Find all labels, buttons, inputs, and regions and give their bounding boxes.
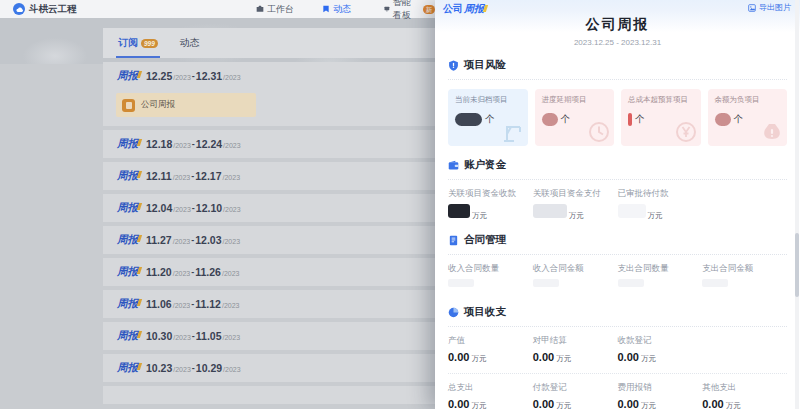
report-date-range: 11.20/2023-11.26/2023 bbox=[146, 266, 239, 278]
money-bag-icon bbox=[760, 120, 784, 144]
report-row[interactable]: 周报 11.27/2023-12.03/2023 bbox=[103, 226, 448, 254]
stat-total-expense: 总支出 0.00万元 bbox=[448, 382, 533, 409]
nav-new-badge: 新 bbox=[423, 5, 436, 14]
tab-label: 动态 bbox=[180, 36, 200, 50]
report-title: 公司周报 bbox=[435, 16, 800, 34]
brand-logo-icon bbox=[13, 3, 25, 15]
report-row[interactable]: 周报 12.11/2023-12.17/2023 bbox=[103, 162, 448, 190]
report-date-range: 12.04/2023-12.10/2023 bbox=[146, 202, 241, 214]
scrollbar-thumb[interactable] bbox=[795, 233, 799, 297]
report-date-range: 12.11/2023-12.17/2023 bbox=[146, 170, 240, 182]
drawer-body: 项目风险 当前未归档项目 个 进度延期项目 个 总成本超预算项目 个 bbox=[435, 56, 800, 409]
report-row[interactable]: 周报 12.04/2023-12.10/2023 bbox=[103, 194, 448, 222]
export-image-button[interactable]: 导出图片 bbox=[748, 2, 791, 13]
report-row[interactable]: 周报 12.18/2023-12.24/2023 bbox=[103, 130, 448, 158]
contract-icon bbox=[448, 235, 459, 246]
smart-board-icon bbox=[384, 5, 390, 13]
export-image-icon bbox=[748, 4, 756, 12]
masked-value bbox=[702, 279, 728, 287]
tab-activity[interactable]: 动态 bbox=[180, 36, 200, 50]
card-label: 余额为负项目 bbox=[715, 95, 781, 105]
report-row[interactable] bbox=[103, 386, 448, 404]
risk-card-delayed: 进度延期项目 个 bbox=[535, 89, 615, 146]
report-item-label: 公司周报 bbox=[141, 99, 175, 111]
report-row-expanded[interactable]: 周报 12.25/2023 - 12.31/2023 公司周报 bbox=[103, 62, 448, 126]
nav-label: 工作台 bbox=[267, 3, 294, 16]
risk-card-unarchived: 当前未归档项目 个 bbox=[448, 89, 528, 146]
nav-activity[interactable]: 动态 bbox=[322, 0, 351, 18]
report-row[interactable]: 周报 11.20/2023-11.26/2023 bbox=[103, 258, 448, 286]
card-unit: 个 bbox=[485, 113, 495, 126]
card-unit: 个 bbox=[635, 113, 645, 126]
budget-stats-row2: 总支出 0.00万元 付款登记 0.00万元 费用报销 0.00万元 其他支出 … bbox=[448, 382, 787, 409]
report-date-range: 10.23/2023-10.29/2023 bbox=[146, 362, 241, 374]
stat-expense-contract-count: 支出合同数量 bbox=[618, 263, 703, 287]
contract-stats: 收入合同数量 收入合同金额 支出合同数量 支出合同金额 bbox=[448, 263, 787, 287]
masked-value bbox=[533, 279, 559, 287]
weekly-report-stamp-icon: 周报 bbox=[117, 169, 138, 183]
card-label: 进度延期项目 bbox=[542, 95, 608, 105]
nav-smart-board[interactable]: 智能看板 新 bbox=[384, 0, 435, 18]
section-project-risk: 项目风险 当前未归档项目 个 进度延期项目 个 总成本超预算项目 个 bbox=[448, 56, 787, 146]
report-date-range: 11.06/2023-11.12/2023 bbox=[146, 298, 239, 310]
masked-value bbox=[715, 113, 731, 126]
masked-value bbox=[533, 204, 567, 218]
masked-value bbox=[542, 113, 558, 126]
stat-receipt-registration: 收款登记 0.00万元 bbox=[618, 335, 703, 364]
brand-name: 斗栱云工程 bbox=[29, 3, 77, 16]
risk-card-over-budget: 总成本超预算项目 个 bbox=[621, 89, 701, 146]
budget-stats-row1: 产值 0.00万元 对甲结算 0.00万元 收款登记 0.00万元 bbox=[448, 335, 787, 364]
weekly-report-stamp-icon: 周报 bbox=[117, 297, 138, 311]
report-date-range: 10.30/2023-11.05/2023 bbox=[146, 330, 240, 342]
report-date-range: 2023.12.25 - 2023.12.31 bbox=[435, 38, 800, 50]
risk-cards: 当前未归档项目 个 进度延期项目 个 总成本超预算项目 个 余额为负项目 个 bbox=[448, 89, 787, 146]
stat-funds-received: 关联项目资金收款 万元 bbox=[448, 188, 533, 221]
company-report-drawer: 公司周报 导出图片 公司周报 2023.12.25 - 2023.12.31 项… bbox=[435, 0, 800, 409]
weekly-report-stamp-icon: 周报 bbox=[117, 201, 138, 215]
subscription-list: 订阅 999 动态 周报 12.25/2023 - 12.31/2023 公司周… bbox=[103, 28, 448, 409]
brand: 斗栱云工程 bbox=[13, 3, 77, 16]
pie-chart-icon bbox=[448, 307, 459, 318]
drawer-tab[interactable]: 公司周报 bbox=[443, 2, 484, 16]
section-account-funds: 账户资金 关联项目资金收款 万元 关联项目资金支付 万元 已审批待付款 万元 bbox=[448, 156, 787, 221]
report-row[interactable]: 周报 10.30/2023-11.05/2023 bbox=[103, 322, 448, 350]
weekly-report-stamp-icon: 周报 bbox=[117, 265, 138, 279]
report-row[interactable]: 周报 11.06/2023-11.12/2023 bbox=[103, 290, 448, 318]
funds-stats: 关联项目资金收款 万元 关联项目资金支付 万元 已审批待付款 万元 bbox=[448, 188, 787, 221]
weekly-report-stamp-icon: 周报 bbox=[117, 233, 138, 247]
stat-output-value: 产值 0.00万元 bbox=[448, 335, 533, 364]
drawer-header: 公司周报 导出图片 公司周报 2023.12.25 - 2023.12.31 bbox=[435, 0, 800, 52]
drawer-tab-prefix: 公司 bbox=[443, 3, 463, 14]
section-contract-management: 合同管理 收入合同数量 收入合同金额 支出合同数量 支出合同金额 bbox=[448, 231, 787, 287]
stat-income-contract-amount: 收入合同金额 bbox=[533, 263, 618, 287]
wallet-icon bbox=[448, 160, 459, 171]
tab-label: 订阅 bbox=[118, 36, 138, 50]
stat-income-contract-count: 收入合同数量 bbox=[448, 263, 533, 287]
section-title: 账户资金 bbox=[464, 158, 506, 172]
nav-label: 动态 bbox=[333, 3, 351, 16]
masked-value bbox=[448, 279, 474, 287]
section-title: 项目风险 bbox=[464, 58, 506, 72]
stat-expense-contract-amount: 支出合同金额 bbox=[702, 263, 787, 287]
masked-value bbox=[448, 204, 470, 218]
nav-label: 智能看板 bbox=[393, 0, 419, 22]
nav-workbench[interactable]: 工作台 bbox=[256, 0, 294, 18]
export-image-label: 导出图片 bbox=[759, 2, 791, 13]
tab-subscribe[interactable]: 订阅 999 bbox=[118, 36, 158, 50]
stat-expense-reimbursement: 费用报销 0.00万元 bbox=[618, 382, 703, 409]
stat-other-expense: 其他支出 0.00万元 bbox=[702, 382, 787, 409]
weekly-report-stamp-icon: 周报 bbox=[117, 361, 138, 375]
stat-party-a-settlement: 对甲结算 0.00万元 bbox=[533, 335, 618, 364]
masked-value bbox=[455, 113, 482, 126]
drawer-scrollbar bbox=[795, 0, 799, 409]
company-report-item[interactable]: 公司周报 bbox=[116, 93, 256, 117]
topbar: 斗栱云工程 工作台 动态 智能看板 新 bbox=[0, 0, 435, 18]
report-row[interactable]: 周报 10.23/2023-10.29/2023 bbox=[103, 354, 448, 382]
drawer-tab-stamp-icon: 周报 bbox=[464, 3, 484, 14]
masked-value bbox=[618, 204, 646, 218]
subscribe-count-badge: 999 bbox=[141, 39, 158, 48]
masked-value bbox=[618, 279, 644, 287]
shield-icon bbox=[448, 60, 459, 71]
weekly-report-stamp-icon: 周报 bbox=[117, 329, 138, 343]
section-project-budget: 项目收支 产值 0.00万元 对甲结算 0.00万元 收款登记 0.00万元 bbox=[448, 303, 787, 409]
